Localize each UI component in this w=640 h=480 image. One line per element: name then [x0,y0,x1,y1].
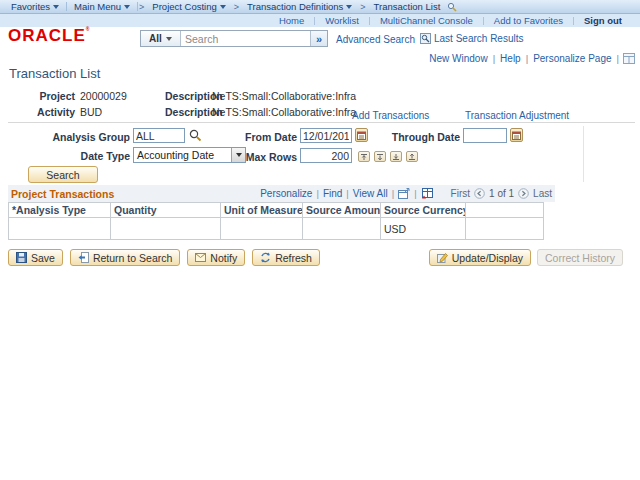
search-results-icon [420,33,431,44]
update-display-button[interactable]: Update/Display [429,249,531,266]
breadcrumb: Favorites Main Menu Project Costing Tran… [0,0,640,14]
update-display-label: Update/Display [452,252,523,264]
save-button[interactable]: Save [8,249,63,266]
previous-page-icon[interactable] [474,188,485,199]
analysis-group-input[interactable] [133,128,185,143]
divider [414,188,416,199]
activity-value: BUD [80,106,102,118]
page-links: New Window Help Personalize Page [424,53,635,64]
add-transactions-link[interactable]: Add Transactions [352,110,429,121]
from-date-input[interactable] [300,128,352,143]
nav-home[interactable]: Home [269,15,314,26]
refresh-label: Refresh [275,252,312,264]
next-page-icon[interactable] [518,188,529,199]
cell-empty [466,218,544,240]
grid-page-info: 1 of 1 [489,188,514,199]
col-source-currency: Source Currency [381,203,466,218]
project-transactions-table: *Analysis Type Quantity Unit of Measure … [8,202,544,240]
date-shortcut-button-3[interactable] [390,151,402,162]
last-search-results-link[interactable]: Last Search Results [420,33,524,44]
layout-icon[interactable] [623,53,635,64]
search-input[interactable] [181,31,310,46]
personalize-page-link[interactable]: Personalize Page [528,53,616,64]
breadcrumb-zoom-icon[interactable] [447,2,457,12]
page-toolbar-right: Update/Display Correct History [429,249,623,266]
col-empty [466,203,544,218]
new-window-link[interactable]: New Window [424,53,492,64]
notify-icon [195,253,206,262]
cell-source-amount [303,218,381,240]
date-type-label: Date Type [30,150,130,162]
divider [316,188,318,199]
notify-label: Notify [210,252,237,264]
download-to-excel-icon[interactable] [421,188,433,199]
cell-unit-of-measure [221,218,303,240]
transaction-adjustment-link[interactable]: Transaction Adjustment [465,110,569,121]
through-date-label: Through Date [385,131,460,143]
from-date-label: From Date [217,131,297,143]
breadcrumb-item-transaction-definitions[interactable]: Transaction Definitions [240,1,359,12]
menu-favorites[interactable]: Favorites [4,1,66,12]
grid-header-bar: Project Transactions Personalize Find Vi… [8,185,555,202]
nav-worklist[interactable]: Worklist [315,15,369,26]
cell-analysis-type [9,218,111,240]
nav-sign-out[interactable]: Sign out [574,15,632,26]
search-button[interactable]: Search [28,166,98,183]
date-shortcut-button-4[interactable] [406,151,418,162]
through-date-calendar-icon[interactable] [510,128,523,142]
through-date-input[interactable] [463,128,507,143]
personalize-link[interactable]: Personalize [260,188,312,199]
divider [392,188,394,199]
table-header-row: *Analysis Type Quantity Unit of Measure … [9,203,544,218]
refresh-button[interactable]: Refresh [252,249,320,266]
return-to-search-button[interactable]: Return to Search [70,249,180,266]
chevron-down-icon [53,5,59,9]
return-to-search-icon [78,252,89,263]
table-row: USD [9,218,544,240]
breadcrumb-separator [359,2,366,12]
refresh-icon [260,252,271,263]
date-shortcut-button-2[interactable] [374,151,386,162]
max-rows-input[interactable] [300,148,352,163]
save-icon [16,252,27,263]
menu-main-menu[interactable]: Main Menu [67,1,137,12]
last-search-results-label: Last Search Results [434,33,524,44]
advanced-search-link[interactable]: Advanced Search [336,34,415,45]
search-scope-dropdown[interactable]: All [141,31,181,46]
oracle-logo: ORACLE [8,26,90,46]
col-quantity: Quantity [111,203,221,218]
from-date-calendar-icon[interactable] [355,128,368,142]
project-description-value: NeTS:Small:Collaborative:Infra [212,90,356,102]
date-shortcut-button-1[interactable] [358,151,370,162]
breadcrumb-item-transaction-list[interactable]: Transaction List [367,1,448,12]
page-title: Transaction List [9,66,100,81]
favorites-label: Favorites [11,1,50,12]
divider [583,126,584,182]
activity-description-value: NeTS:Small:Collaborative:Infra [212,106,356,118]
grid-last-link[interactable]: Last [533,188,552,199]
help-link[interactable]: Help [495,53,526,64]
find-link[interactable]: Find [323,188,342,199]
grid-navigation: Personalize Find View All First [260,188,552,199]
nav-add-to-favorites[interactable]: Add to Favorites [484,15,573,26]
cell-quantity [111,218,221,240]
project-value: 20000029 [80,90,127,102]
peoplesoft-transaction-list-window: Favorites Main Menu Project Costing Tran… [0,0,640,480]
analysis-group-lookup-icon[interactable] [189,129,202,142]
notify-button[interactable]: Notify [187,249,245,266]
chevron-down-icon [166,37,172,41]
zoom-grid-icon[interactable] [398,188,410,199]
divider [8,122,635,123]
project-label: Project [28,90,75,102]
view-all-link[interactable]: View All [353,188,388,199]
breadcrumb-item-project-costing[interactable]: Project Costing [145,1,232,12]
breadcrumb-label: Project Costing [152,1,216,12]
divider [617,53,619,64]
divider [346,188,348,199]
save-label: Save [31,252,55,264]
grid-first-link[interactable]: First [451,188,470,199]
nav-multichannel-console[interactable]: MultiChannel Console [370,15,483,26]
search-go-button[interactable]: » [310,31,327,46]
breadcrumb-separator [138,2,145,12]
col-source-amount: Source Amount [303,203,381,218]
